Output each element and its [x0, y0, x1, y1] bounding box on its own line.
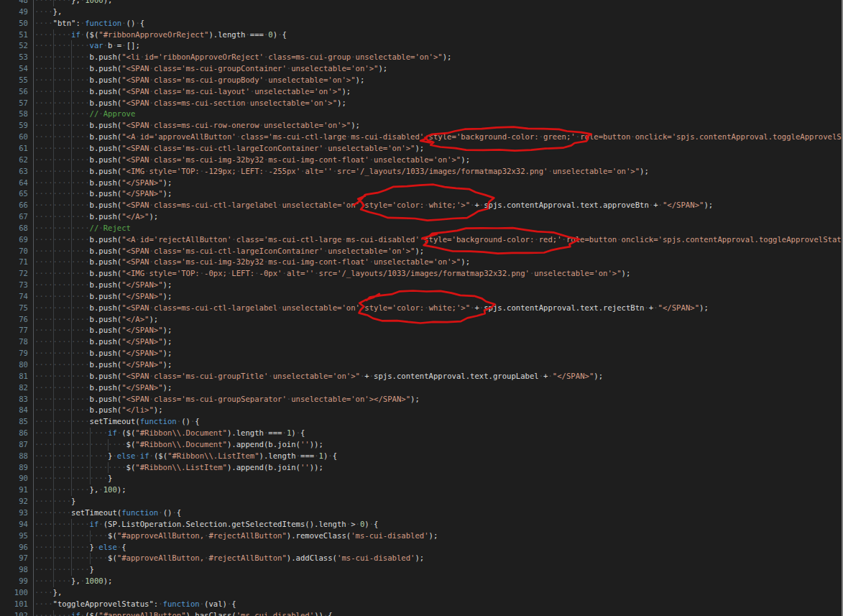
code-text: ····"toggleApprovelStatus":·function·(va…	[34, 599, 843, 610]
code-token: ($(	[154, 451, 167, 460]
indent-guide	[53, 359, 54, 371]
whitespace-dots: ············	[34, 405, 90, 414]
code-text: ············b.push("</SPAN>");	[34, 325, 843, 336]
code-token: "</SPAN>"	[121, 326, 162, 334]
indent-guide	[90, 462, 91, 474]
code-text: ············if·(SP.ListOperation.Selecti…	[34, 519, 843, 530]
line-number: 102	[0, 610, 34, 616]
line-number: 49	[0, 6, 34, 18]
line-number: 82	[0, 382, 34, 394]
code-token: );	[163, 337, 172, 346]
code-token: ));	[310, 463, 323, 472]
code-text: ····················$("#Ribbon\\.ListIte…	[34, 462, 843, 474]
code-token: function	[163, 599, 200, 608]
indent-guide	[71, 234, 72, 246]
whitespace-dots: ············	[34, 41, 90, 50]
code-token: {	[333, 451, 337, 460]
code-token: "</SPAN>"	[553, 372, 594, 380]
code-token: {	[282, 30, 287, 39]
indent-guide	[53, 109, 54, 120]
code-token: function	[140, 417, 177, 426]
code-line: 64············b.push("</SPAN>");	[0, 178, 843, 189]
code-token: b.push(	[90, 326, 122, 334]
code-text: ····},	[34, 587, 843, 599]
indent-guide	[53, 200, 54, 211]
indent-guide	[71, 143, 72, 155]
code-token: b.push(	[90, 303, 122, 312]
indent-guide	[108, 439, 109, 451]
code-token: unselectable='on'>"	[264, 121, 351, 129]
code-token: {	[300, 428, 305, 437]
code-token: {	[177, 508, 181, 517]
code-line: 53············b.push("<li·id='ribbonAppr…	[0, 52, 843, 63]
indent-guide	[71, 155, 72, 166]
whitespace-dots: ············	[34, 167, 90, 175]
code-text: ············//·Reject	[34, 223, 843, 234]
indent-guide	[90, 553, 91, 564]
indent-guide	[90, 439, 91, 451]
code-token: -0px'	[259, 269, 282, 277]
code-token: unselectable='on'>"	[273, 372, 360, 380]
code-line: 71············b.push("<SPAN·class='ms-cu…	[0, 257, 843, 268]
code-token: ).length	[259, 451, 296, 460]
code-token: alt=''	[305, 167, 332, 175]
whitespace-dots: ····	[34, 599, 53, 608]
code-line: 54············b.push("<SPAN·class='ms-cu…	[0, 63, 843, 75]
code-token: b.push(	[90, 269, 122, 277]
line-number: 77	[0, 325, 34, 336]
indent-guide	[71, 462, 72, 474]
indent-guide	[53, 394, 54, 405]
line-number: 86	[0, 428, 34, 439]
line-number: 76	[0, 314, 34, 326]
whitespace-dots: ············	[34, 383, 90, 392]
line-number: 52	[0, 40, 34, 52]
code-token: );	[149, 315, 158, 323]
code-token: b.push(	[90, 132, 122, 141]
code-token: "</SPAN>"	[121, 349, 162, 357]
code-token: "</SPAN>"	[121, 280, 162, 289]
indent-guide	[53, 576, 54, 587]
code-line: 90················}	[0, 473, 843, 484]
code-token: "</SPAN>"	[121, 292, 162, 300]
code-token: style='TOP:	[149, 167, 199, 175]
code-line: 68············//·Reject	[0, 223, 843, 234]
indent-guide	[53, 336, 54, 348]
line-number: 73	[0, 280, 34, 291]
code-token: ms-cui-disabled'	[346, 235, 420, 244]
code-text: ············b.push("<SPAN·class='ms-cui-…	[34, 75, 843, 86]
code-token: spjs.contentApproval.text.groupLabel	[374, 372, 539, 380]
code-token: ''	[300, 440, 310, 449]
whitespace-dots: ············	[34, 269, 90, 277]
code-token: );	[341, 87, 351, 96]
code-text: ············b.push("<SPAN·class=ms-cui-s…	[34, 98, 843, 109]
code-token: $(	[108, 531, 117, 540]
line-number: 93	[0, 507, 34, 519]
indent-guide	[71, 553, 72, 564]
code-token: if	[140, 451, 149, 460]
code-editor[interactable]: 48········},·1000);49····},50····"btn":·…	[0, 0, 843, 616]
line-number: 99	[0, 576, 34, 587]
code-token: unselectable='on'>"	[250, 98, 337, 107]
code-line: 72············b.push("<IMG·style='TOP:·-…	[0, 268, 843, 280]
code-token: b.push(	[90, 235, 122, 244]
code-token: );	[103, 0, 113, 4]
code-token: "<li	[121, 52, 140, 61]
code-token: },	[53, 7, 63, 16]
code-token: onclick='spjs.contentApproval.toggleAppr…	[635, 132, 842, 141]
line-number: 91	[0, 484, 34, 496]
code-token: (val)	[204, 599, 227, 608]
line-number: 56	[0, 86, 34, 98]
whitespace-dots: ············	[34, 360, 90, 369]
code-token: b.push(	[90, 167, 122, 175]
code-token: );	[337, 98, 346, 107]
code-text: ············b.push("<SPAN·class='ms-cui-…	[34, 143, 843, 155]
code-token: white;'>"	[429, 201, 470, 209]
code-token: b.push(	[90, 98, 122, 107]
code-token: if	[90, 520, 99, 528]
code-token: ()	[163, 508, 172, 517]
code-token: 1000	[85, 576, 103, 585]
code-token: "<SPAN	[121, 98, 149, 107]
code-text: ············b.push("</SPAN>");	[34, 359, 843, 371]
code-token: "<SPAN	[121, 372, 149, 380]
code-token: -129px;	[204, 167, 236, 175]
